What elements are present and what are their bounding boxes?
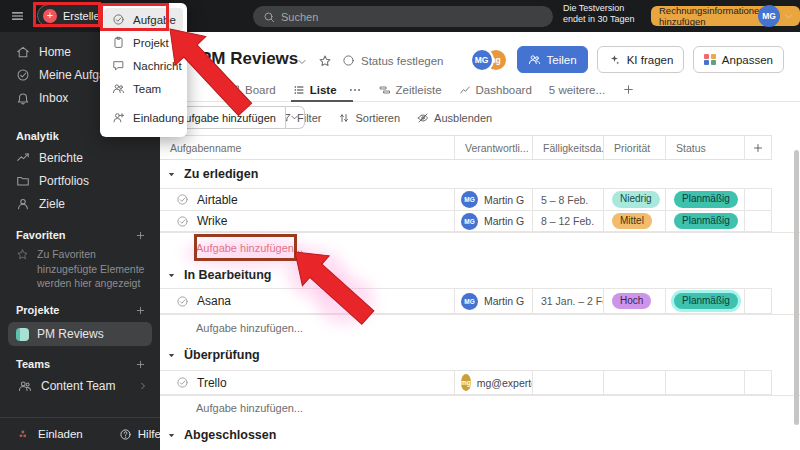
timeline-icon bbox=[379, 84, 391, 96]
section-header-in-bearbeitung[interactable]: In Bearbeitung bbox=[160, 262, 800, 288]
add-column-button[interactable] bbox=[745, 136, 772, 159]
chevron-down-icon[interactable] bbox=[783, 11, 794, 22]
collapse-caret-icon[interactable] bbox=[166, 169, 177, 180]
complete-task-icon[interactable] bbox=[176, 193, 189, 206]
menu-item-einladung[interactable]: Einladung bbox=[104, 106, 183, 129]
hamburger-menu-icon[interactable] bbox=[10, 6, 25, 26]
add-task-dropdown[interactable] bbox=[286, 106, 305, 129]
due-date[interactable]: 8 – 12 Feb. bbox=[533, 211, 604, 231]
add-task-row[interactable]: Aufgabe hinzufügen... bbox=[160, 314, 800, 340]
task-name[interactable]: Trello bbox=[197, 376, 227, 390]
ask-ai-button[interactable]: KI fragen bbox=[597, 46, 685, 73]
sidebar-item-ziele[interactable]: Ziele bbox=[0, 192, 160, 215]
ask-ai-label: KI fragen bbox=[627, 54, 674, 66]
menu-item-team[interactable]: Team bbox=[104, 77, 183, 100]
status-badge[interactable]: Planmäßig bbox=[674, 213, 738, 230]
status-badge[interactable]: Planmäßig bbox=[674, 293, 738, 310]
main-content: PM Reviews Status festlegen MG ng Teilen… bbox=[160, 32, 800, 450]
table-row[interactable]: Wrike MG Martin G 8 – 12 Feb. Mittel Pla… bbox=[160, 210, 772, 232]
help-button[interactable]: Hilfe bbox=[138, 428, 161, 440]
sidebar-item-label: Ziele bbox=[39, 197, 65, 211]
add-task-row[interactable]: Aufgabe hinzufügen... bbox=[160, 232, 800, 262]
search-input[interactable]: Suchen bbox=[253, 6, 553, 27]
table-row[interactable]: Trello mg mg@experte... bbox=[160, 370, 772, 395]
sidebar-item-content-team[interactable]: Content Team bbox=[0, 374, 160, 397]
status-badge[interactable]: Planmäßig bbox=[674, 191, 738, 208]
add-task-split-button[interactable]: Aufgabe hinzufügen bbox=[168, 106, 305, 129]
assignee-name: Martin G bbox=[484, 215, 524, 227]
home-icon bbox=[16, 45, 30, 59]
favorite-star-icon[interactable] bbox=[318, 54, 332, 68]
customize-button[interactable]: Anpassen bbox=[693, 46, 784, 73]
assignee-avatar[interactable]: MG bbox=[461, 293, 478, 310]
task-name[interactable]: Airtable bbox=[197, 193, 238, 207]
tab-dashboard[interactable]: Dashboard bbox=[459, 78, 532, 102]
sort-button[interactable]: Sortieren bbox=[338, 112, 400, 124]
section-header-zu-erledigen[interactable]: Zu erledigen bbox=[160, 160, 800, 188]
hide-button[interactable]: Ausblenden bbox=[417, 112, 492, 124]
due-date[interactable]: 5 – 8 Feb. bbox=[533, 189, 604, 210]
task-name[interactable]: Wrike bbox=[197, 214, 227, 228]
collapse-caret-icon[interactable] bbox=[166, 270, 177, 281]
assignee-avatar[interactable]: MG bbox=[461, 213, 478, 230]
assignee-avatar[interactable]: MG bbox=[461, 191, 478, 208]
sidebar-item-pm-reviews[interactable]: PM Reviews bbox=[8, 322, 152, 346]
column-header[interactable]: Status bbox=[666, 136, 745, 159]
sidebar-item-portfolios[interactable]: Portfolios bbox=[0, 169, 160, 192]
collapse-caret-icon[interactable] bbox=[166, 350, 177, 361]
sidebar-section-teams[interactable]: Teams bbox=[0, 354, 160, 374]
status-circle-icon bbox=[342, 54, 355, 67]
sidebar-item-berichte[interactable]: Berichte bbox=[0, 146, 160, 169]
invite-button[interactable]: Einladen bbox=[38, 428, 83, 440]
complete-task-icon[interactable] bbox=[176, 215, 189, 228]
task-table: Aufgabenname Verantwortli... Fälligkeits… bbox=[160, 135, 800, 450]
add-team-icon[interactable] bbox=[135, 359, 146, 370]
assignee-avatar[interactable]: mg bbox=[461, 374, 471, 391]
menu-item-nachricht[interactable]: Nachricht bbox=[104, 54, 183, 77]
section-title: Teams bbox=[16, 358, 50, 370]
table-row[interactable]: Asana MG Martin G 31 Jan. – 2 Feb. Hoch … bbox=[160, 288, 772, 314]
sidebar-section-favoriten[interactable]: Favoriten bbox=[0, 225, 160, 245]
sidebar-section-projekte[interactable]: Projekte bbox=[0, 300, 160, 320]
set-status-button[interactable]: Status festlegen bbox=[342, 54, 443, 67]
user-avatar[interactable]: MG bbox=[758, 5, 780, 27]
tab-options-dots-icon[interactable] bbox=[348, 83, 362, 97]
collapse-caret-icon[interactable] bbox=[166, 430, 177, 441]
column-header[interactable]: Priorität bbox=[604, 136, 666, 159]
section-header-abgeschlossen[interactable]: Abgeschlossen bbox=[160, 420, 800, 450]
add-task-row[interactable]: Aufgabe hinzufügen... bbox=[160, 395, 800, 420]
priority-badge[interactable]: Mittel bbox=[612, 213, 652, 230]
complete-task-icon[interactable] bbox=[176, 295, 189, 308]
share-button[interactable]: Teilen bbox=[517, 46, 588, 73]
search-icon bbox=[263, 11, 275, 23]
priority-badge[interactable]: Niedrig bbox=[612, 191, 660, 208]
column-header[interactable]: Aufgabenname bbox=[160, 136, 455, 159]
section-title: Favoriten bbox=[16, 229, 66, 241]
member-avatar[interactable]: MG bbox=[470, 48, 494, 72]
board-icon bbox=[228, 84, 240, 96]
table-row[interactable]: Airtable MG Martin G 5 – 8 Feb. Niedrig … bbox=[160, 188, 772, 210]
title-chevron-icon[interactable] bbox=[296, 56, 308, 68]
add-view-icon[interactable] bbox=[622, 83, 635, 96]
menu-item-projekt[interactable]: Projekt bbox=[104, 31, 183, 54]
tab-board[interactable]: Board bbox=[228, 78, 276, 102]
section-title: Zu erledigen bbox=[184, 167, 258, 181]
chevron-down-icon bbox=[289, 112, 300, 123]
priority-badge[interactable]: Hoch bbox=[612, 293, 651, 310]
tab-liste[interactable]: Liste bbox=[293, 78, 337, 102]
folder-icon bbox=[16, 174, 30, 188]
complete-task-icon[interactable] bbox=[176, 376, 189, 389]
assignee-name: Martin G bbox=[484, 194, 524, 206]
tab-more-views[interactable]: 5 weitere... bbox=[549, 78, 605, 102]
column-header[interactable]: Verantwortli... bbox=[455, 136, 533, 159]
task-name[interactable]: Asana bbox=[197, 294, 231, 308]
column-header[interactable]: Fälligkeitsda... bbox=[533, 136, 604, 159]
add-favorite-icon[interactable] bbox=[135, 230, 146, 241]
due-date[interactable]: 31 Jan. – 2 Feb. bbox=[533, 289, 604, 313]
vertical-scrollbar[interactable] bbox=[794, 150, 799, 425]
add-project-icon[interactable] bbox=[135, 305, 146, 316]
tab-zeitleiste[interactable]: Zeitleiste bbox=[379, 78, 442, 102]
favorites-empty-note: Zu Favoriten hinzugefügte Elemente werde… bbox=[0, 245, 160, 291]
section-header-ueberpruefung[interactable]: Überprüfung bbox=[160, 340, 800, 370]
menu-item-aufgabe[interactable]: Aufgabe bbox=[104, 8, 183, 31]
